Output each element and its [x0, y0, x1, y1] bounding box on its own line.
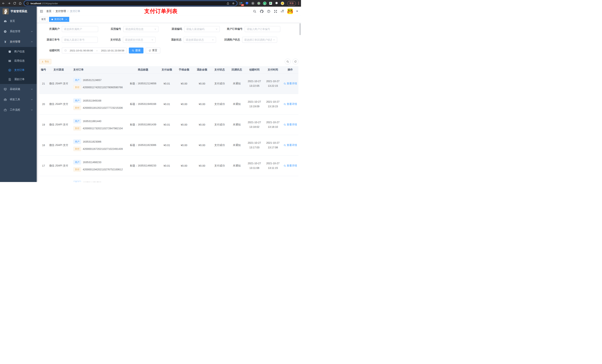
search-icon[interactable] — [253, 10, 256, 13]
monitor-chart-icon — [4, 88, 7, 91]
sidebar-item-dev-tools[interactable]: 研发工具 — [0, 94, 37, 105]
extension-chat-icon[interactable] — [269, 1, 272, 5]
pay-order-no: 4200001173202110272847982104 — [83, 127, 123, 130]
help-icon[interactable] — [267, 10, 270, 13]
share-icon[interactable] — [226, 2, 229, 5]
channel-order-no-input[interactable] — [62, 37, 98, 43]
forward-icon[interactable] — [7, 2, 11, 5]
main-content: 首页 / 支付管理 / 支付订单 支付订单列表 TT — [37, 7, 301, 182]
sidebar-item-infra[interactable]: 基础设施 — [0, 84, 37, 94]
sidebar-item-app-info[interactable]: 应用信息 — [0, 56, 37, 65]
table-row-partial: 商户1635311251736 — [39, 176, 298, 182]
font-size-icon[interactable]: TT — [281, 10, 284, 13]
cell-pay-status: 支付成功 — [211, 135, 228, 155]
pay-status-select[interactable] — [123, 37, 155, 43]
breadcrumb: 首页 / 支付管理 / 支付订单 — [46, 10, 80, 13]
table-toolbar: 导出 — [37, 56, 301, 66]
table-row: 20 微信 JSAPI 支付 商户1635311949168 支付4200001… — [39, 94, 298, 114]
chevron-down-icon — [154, 28, 156, 30]
github-icon[interactable] — [260, 10, 264, 13]
merchant-tag: 商户 — [73, 180, 81, 182]
user-avatar[interactable] — [287, 9, 293, 14]
view-detail-link[interactable]: 查看详情 — [284, 82, 297, 85]
briefcase-icon — [4, 108, 7, 112]
site-info-icon[interactable] — [26, 2, 29, 5]
view-detail-link[interactable]: 查看详情 — [284, 123, 297, 126]
refund-status-select[interactable] — [184, 37, 216, 43]
toggle-search-button[interactable] — [285, 59, 291, 64]
fullscreen-icon[interactable] — [274, 10, 277, 13]
sidebar-item-pay-order[interactable]: 支付订单 — [0, 65, 37, 75]
document-icon — [8, 78, 11, 81]
extension-command-icon[interactable]: ⌘ — [251, 1, 255, 5]
merchant-tag: 商户 — [73, 139, 81, 144]
sidebar-fold-icon[interactable] — [40, 10, 43, 13]
cell-pay-order: 商户1635311823086 支付4200001167202110271022… — [70, 135, 127, 155]
app-id-select[interactable] — [123, 26, 159, 32]
tab-home[interactable]: 首页 — [39, 17, 48, 22]
breadcrumb-pay-manage[interactable]: 支付管理 — [55, 10, 66, 13]
sidebar-item-merchant-info[interactable]: 商户信息 — [0, 47, 37, 56]
sidebar-item-pay[interactable]: ¥ 支付管理 — [0, 37, 37, 47]
sidebar-item-home[interactable]: 首页 — [0, 16, 37, 26]
view-detail-link[interactable]: 查看详情 — [284, 144, 297, 147]
cell-amount: ¥0.01 — [159, 135, 175, 155]
browser-update-button[interactable]: 更新 — [287, 1, 296, 6]
merchant-order-no: 1635311949168 — [83, 99, 101, 102]
close-tab-icon[interactable]: × — [65, 18, 67, 21]
reload-icon[interactable] — [13, 2, 16, 5]
tags-view: 首页 支付订单 × — [37, 16, 301, 23]
merchant-order-no-input[interactable] — [245, 26, 280, 32]
notify-status-select[interactable] — [242, 37, 277, 43]
merchant-tag: 商户 — [73, 78, 81, 82]
export-button[interactable]: 导出 — [39, 59, 51, 64]
grid-table-icon — [8, 59, 11, 62]
breadcrumb-home[interactable]: 首页 — [46, 10, 52, 13]
address-bar[interactable]: localhost:1024/pay/order — [24, 1, 237, 6]
cell-notify-status: 未通知 — [228, 156, 245, 176]
cell-action: 查看详情 — [282, 135, 298, 155]
cell-title: 标题：1635311823086 — [127, 135, 159, 155]
scrollbar-thumb[interactable] — [300, 23, 301, 35]
extensions-puzzle-icon[interactable] — [275, 1, 279, 5]
reset-button[interactable]: 重置 — [146, 48, 160, 53]
avatar-caret-icon[interactable] — [296, 11, 298, 12]
table-row: 18 微信 JSAPI 支付 商户1635311823086 支付4200001… — [39, 135, 298, 156]
browser-menu-icon[interactable]: ••• — [298, 2, 299, 5]
extension-sketch-icon[interactable] — [245, 1, 249, 5]
cell-pay-status: 支付成功 — [211, 73, 228, 94]
sidebar-item-workflow[interactable]: 工作流程 — [0, 105, 37, 115]
pay-tag: 支付 — [73, 167, 81, 172]
gear-icon — [4, 30, 7, 33]
merchant-order-no: 1635311468233 — [83, 161, 101, 164]
cell-notify-status: 未通知 — [228, 94, 245, 114]
pay-submenu: 商户信息 应用信息 支付订单 退款订单 — [0, 47, 37, 84]
pay-tag: 支付 — [73, 147, 81, 151]
refresh-button[interactable] — [292, 59, 298, 64]
view-detail-link[interactable]: 查看详情 — [284, 103, 297, 106]
extension-tag-manager-icon[interactable]: 10 — [239, 1, 243, 5]
pay-order-icon — [8, 69, 11, 72]
merchant-input[interactable] — [64, 28, 96, 31]
search-button[interactable]: 搜索 — [129, 48, 143, 53]
cell-created-time: 2021-10-2713:18:02 — [245, 114, 264, 135]
cell-amount: ¥0.01 — [159, 156, 175, 176]
date-range-picker[interactable]: 2021-10-01 00:00:00 - 2021-10-31 23:59:5… — [62, 48, 127, 53]
cell-channel: 微信 JSAPI 支付 — [48, 94, 70, 114]
extension-y-icon[interactable]: y — [263, 1, 267, 5]
sidebar-item-refund-order[interactable]: 退款订单 — [0, 75, 37, 84]
back-icon[interactable] — [2, 2, 5, 5]
cell-paid-time: 2021-10-2713:18:10 — [264, 114, 282, 135]
view-detail-link[interactable]: 查看详情 — [284, 164, 297, 167]
cell-refund: ¥0.00 — [193, 94, 211, 114]
pay-order-no: 4200001181202110277723215336 — [83, 106, 123, 109]
merchant-select[interactable] — [62, 26, 98, 32]
home-icon[interactable] — [19, 2, 22, 5]
tab-pay-order[interactable]: 支付订单 × — [49, 17, 69, 22]
profile-avatar-icon[interactable] — [281, 1, 284, 5]
sidebar-item-system[interactable]: 系统管理 — [0, 26, 37, 37]
extension-recorder-icon[interactable] — [257, 1, 261, 5]
channel-code-select[interactable] — [184, 26, 220, 32]
bookmark-star-icon[interactable] — [232, 2, 235, 5]
cell-action: 查看详情 — [282, 73, 298, 94]
